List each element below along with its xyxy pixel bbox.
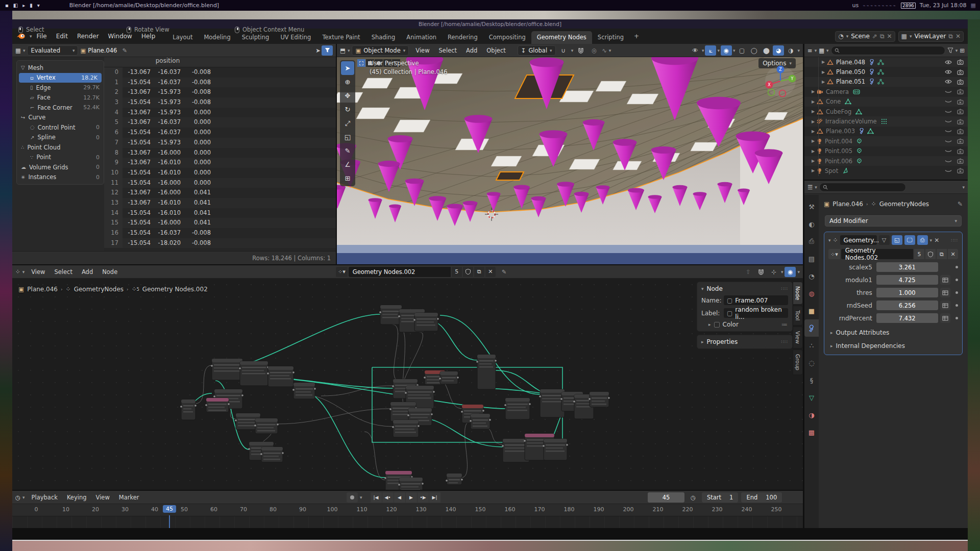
- node-menu-node[interactable]: Node: [97, 265, 122, 280]
- tree-fake-user-button[interactable]: [463, 267, 473, 277]
- table-row[interactable]: 11 -15.054-16.0000.000: [104, 178, 336, 188]
- spreadsheet-dataset-dropdown[interactable]: Evaluated▾: [27, 45, 78, 56]
- decorator-dot[interactable]: [955, 317, 958, 319]
- workspace-tab-texture-paint[interactable]: Texture Paint: [316, 31, 365, 44]
- properties-search-input[interactable]: [819, 183, 906, 192]
- navigation-gizmo[interactable]: Z X Y: [764, 64, 797, 97]
- start-value[interactable]: 1: [729, 494, 733, 501]
- render-visibility-icon[interactable]: [957, 79, 964, 85]
- scene-unlink-icon[interactable]: ✕: [887, 33, 892, 40]
- eye-closed-icon[interactable]: [945, 148, 952, 154]
- color-checkbox[interactable]: [714, 322, 720, 328]
- table-row[interactable]: 6 -15.054-16.0370.000: [104, 128, 336, 138]
- graph-node[interactable]: [476, 355, 497, 389]
- end-range-field[interactable]: End 100: [741, 492, 782, 503]
- properties-tab-particles[interactable]: ∴: [804, 337, 819, 354]
- tree-copy-button[interactable]: ⧉: [474, 267, 484, 277]
- node-graph[interactable]: [12, 279, 803, 490]
- jump-prev-keyframe-button[interactable]: ◀•: [382, 492, 394, 503]
- timeline-tracks[interactable]: [12, 516, 803, 528]
- pointlight-icon[interactable]: [856, 158, 862, 164]
- playhead-line[interactable]: [169, 515, 170, 528]
- table-row[interactable]: 7 -15.054-15.9730.000: [104, 138, 336, 148]
- output-attributes-section[interactable]: ▸Output Attributes: [828, 329, 958, 336]
- input-value-field[interactable]: 3.261: [876, 262, 938, 272]
- color-expand-chevron[interactable]: ▸: [708, 322, 711, 327]
- eye-closed-icon[interactable]: [945, 138, 952, 144]
- table-row[interactable]: 17 -15.054-18.020-0.008: [104, 238, 336, 248]
- tool-add-cube[interactable]: ⊞: [341, 171, 354, 185]
- scene-copy-icon[interactable]: ⧉: [880, 33, 885, 40]
- properties-tab-object-data[interactable]: ▽: [804, 389, 819, 406]
- sidebar-tab-tool[interactable]: Tool: [793, 306, 803, 325]
- table-row[interactable]: 14 -15.054-16.0100.041: [104, 208, 336, 218]
- table-row[interactable]: 15 -15.054-16.0000.041: [104, 218, 336, 228]
- end-value[interactable]: 100: [766, 494, 777, 501]
- viewport-menu-add[interactable]: Add: [461, 44, 482, 58]
- tool-annotate[interactable]: ✎: [341, 144, 354, 158]
- xray-toggle[interactable]: ▢: [736, 45, 747, 56]
- node-menu-view[interactable]: View: [27, 265, 50, 280]
- viewport-menu-object[interactable]: Object: [482, 44, 510, 58]
- scene-selector[interactable]: ◔▾ Scene ⇗ ⧉ ✕: [835, 31, 895, 42]
- render-visibility-icon[interactable]: [957, 59, 964, 65]
- graph-node[interactable]: [470, 414, 491, 429]
- outliner-item-plane.051[interactable]: ▶ Plane.051: [804, 77, 968, 87]
- viewport-editor-type-icon[interactable]: ⬒: [340, 47, 346, 54]
- eye-closed-icon[interactable]: [945, 128, 952, 134]
- eye-closed-icon[interactable]: [945, 109, 952, 115]
- meshdata-icon[interactable]: [845, 98, 851, 105]
- decorator-dot[interactable]: [955, 291, 958, 294]
- viewlayer-remove-icon[interactable]: ✕: [955, 33, 961, 40]
- input-value-field[interactable]: 6.256: [876, 300, 938, 310]
- outliner-item-cone[interactable]: ▶ Cone: [804, 97, 968, 107]
- workspace-tab-compositing[interactable]: Compositing: [483, 31, 531, 44]
- domain-vertex[interactable]: ▫ Vertex 18.2K: [19, 73, 102, 83]
- transform-orientation-dropdown[interactable]: ↧ Global▾: [518, 45, 556, 56]
- workspace-tab-geometry-nodes[interactable]: Geometry Nodes: [531, 31, 592, 44]
- graph-node[interactable]: [260, 447, 284, 462]
- table-row[interactable]: 5 -13.067-16.0370.000: [104, 117, 336, 128]
- tool-scale[interactable]: ⤢: [341, 116, 354, 130]
- eye-closed-icon[interactable]: [945, 158, 952, 164]
- properties-tab-modifiers[interactable]: [804, 319, 819, 337]
- current-frame-field[interactable]: 45: [648, 492, 684, 503]
- node-snap-type-button[interactable]: ⊹: [768, 267, 779, 277]
- viewlayer-selector[interactable]: ▦▾ ViewLayer ⧉ ✕: [898, 31, 964, 42]
- properties-panel[interactable]: ▸ Properties ∷∷: [697, 335, 793, 349]
- node-group-copy-button[interactable]: ⧉: [937, 249, 947, 259]
- table-row[interactable]: 3 -15.054-15.973-0.008: [104, 97, 336, 108]
- scene-pin-icon[interactable]: ⇗: [872, 33, 877, 40]
- expand-arrow-icon[interactable]: ▶: [812, 99, 817, 104]
- spreadsheet-filter-button[interactable]: [322, 45, 333, 56]
- input-attribute-toggle[interactable]: [940, 313, 950, 323]
- render-disabled-icon[interactable]: [957, 99, 964, 105]
- wrench-icon[interactable]: [869, 59, 875, 65]
- sidebar-tab-group[interactable]: Group: [793, 349, 803, 375]
- render-visibility-icon[interactable]: [957, 69, 964, 75]
- expand-arrow-icon[interactable]: ▶: [812, 139, 817, 143]
- menu-render[interactable]: Render: [72, 29, 104, 44]
- wrench-icon[interactable]: [859, 128, 865, 134]
- object-visibility-button[interactable]: 👁: [690, 45, 701, 56]
- wrench-icon[interactable]: [869, 69, 875, 75]
- shading-wireframe-button[interactable]: ◯: [748, 45, 760, 56]
- os-window-controls[interactable]: ▪◧▸▮▾: [5, 3, 40, 8]
- workspace-grid-icon[interactable]: ▦: [971, 2, 976, 9]
- tool-rotate[interactable]: ↻: [341, 103, 354, 116]
- pin-icon[interactable]: ✎: [122, 47, 127, 54]
- table-row[interactable]: 10 -15.054-16.0100.000: [104, 168, 336, 178]
- expand-arrow-icon[interactable]: ▶: [822, 70, 827, 74]
- eye-open-icon[interactable]: [945, 79, 952, 85]
- graph-node[interactable]: [292, 383, 316, 399]
- graph-node[interactable]: [180, 399, 197, 420]
- spreadsheet-column-header[interactable]: position: [104, 57, 336, 67]
- modifier-editmode-toggle[interactable]: ◱: [892, 235, 902, 245]
- jump-to-start-button[interactable]: |◀: [371, 492, 382, 503]
- breadcrumb-object[interactable]: Plane.046: [832, 201, 863, 208]
- input-value-field[interactable]: 4.725: [876, 275, 938, 285]
- mode-dropdown[interactable]: ▣ Object Mode▾: [352, 45, 409, 56]
- graph-node[interactable]: [543, 439, 568, 460]
- properties-tab-output[interactable]: ⎙: [804, 233, 819, 250]
- domain-instances[interactable]: ✳ Instances 0: [17, 172, 104, 183]
